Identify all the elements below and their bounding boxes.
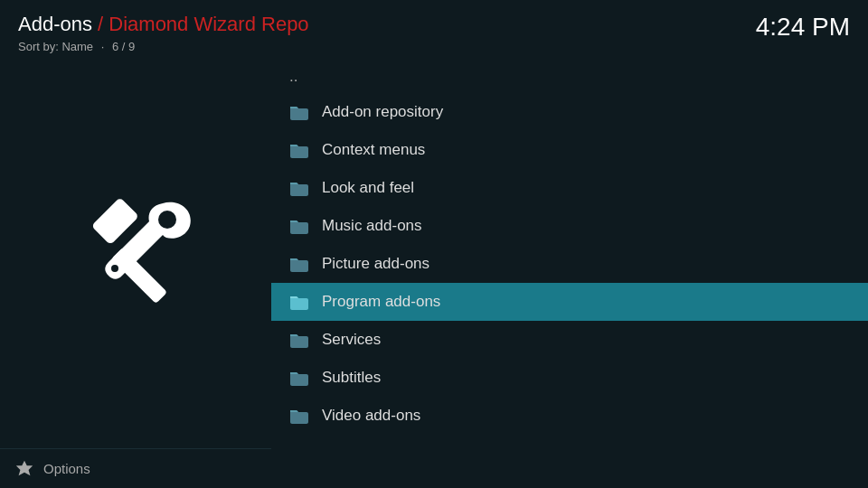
breadcrumb-current: Diamond Wizard Repo bbox=[108, 13, 308, 35]
folder-icon bbox=[289, 333, 309, 348]
item-label: Services bbox=[322, 331, 381, 349]
svg-point-2 bbox=[158, 211, 176, 229]
header-left: Add-ons / Diamond Wizard Repo Sort by: N… bbox=[18, 13, 309, 53]
svg-marker-5 bbox=[16, 460, 33, 474]
options-label: Options bbox=[43, 461, 90, 476]
list-item[interactable]: Music add-ons bbox=[271, 207, 868, 245]
folder-icon bbox=[289, 408, 309, 424]
list-item[interactable]: Add-on repository bbox=[271, 93, 868, 131]
list-item[interactable]: Look and feel bbox=[271, 169, 868, 207]
folder-icon bbox=[289, 219, 309, 234]
clock: 4:24 PM bbox=[756, 13, 850, 42]
dot-separator: · bbox=[101, 40, 108, 53]
main-content: .. Add-on repository Context menus Look … bbox=[0, 61, 868, 446]
item-label: Subtitles bbox=[322, 369, 381, 387]
sort-info: Sort by: Name · 6 / 9 bbox=[18, 40, 309, 53]
item-label: Add-on repository bbox=[322, 103, 443, 121]
list-item[interactable]: Services bbox=[271, 321, 868, 359]
item-label: Look and feel bbox=[322, 179, 414, 197]
svg-rect-1 bbox=[91, 197, 139, 245]
folder-icon bbox=[289, 105, 309, 120]
footer: Options bbox=[0, 448, 271, 488]
sort-label: Sort by: Name bbox=[18, 40, 93, 53]
list-item[interactable]: Context menus bbox=[271, 131, 868, 169]
list-item[interactable]: Picture add-ons bbox=[271, 245, 868, 283]
list-container: Add-on repository Context menus Look and… bbox=[271, 93, 868, 435]
back-label: .. bbox=[289, 68, 297, 86]
folder-icon bbox=[289, 181, 309, 196]
breadcrumb: Add-ons / Diamond Wizard Repo bbox=[18, 13, 309, 36]
list-item[interactable]: Subtitles bbox=[271, 359, 868, 397]
header: Add-ons / Diamond Wizard Repo Sort by: N… bbox=[0, 0, 868, 61]
right-panel: .. Add-on repository Context menus Look … bbox=[271, 61, 868, 446]
item-label: Video add-ons bbox=[322, 407, 420, 425]
item-label: Picture add-ons bbox=[322, 255, 429, 273]
item-label: Music add-ons bbox=[322, 217, 422, 235]
folder-icon bbox=[289, 143, 309, 158]
svg-point-4 bbox=[111, 265, 118, 272]
folder-icon bbox=[289, 371, 309, 386]
list-item[interactable]: Program add-ons bbox=[271, 283, 868, 321]
folder-icon bbox=[289, 257, 309, 272]
left-panel bbox=[0, 61, 271, 446]
breadcrumb-separator: / bbox=[92, 13, 108, 35]
list-item[interactable]: Video add-ons bbox=[271, 397, 868, 435]
page-info: 6 / 9 bbox=[112, 40, 135, 53]
item-label: Program add-ons bbox=[322, 293, 440, 311]
tools-icon bbox=[68, 185, 203, 321]
back-item[interactable]: .. bbox=[271, 61, 868, 93]
item-label: Context menus bbox=[322, 141, 425, 159]
folder-icon bbox=[289, 295, 309, 310]
breadcrumb-base: Add-ons bbox=[18, 13, 92, 35]
options-icon bbox=[14, 459, 34, 479]
